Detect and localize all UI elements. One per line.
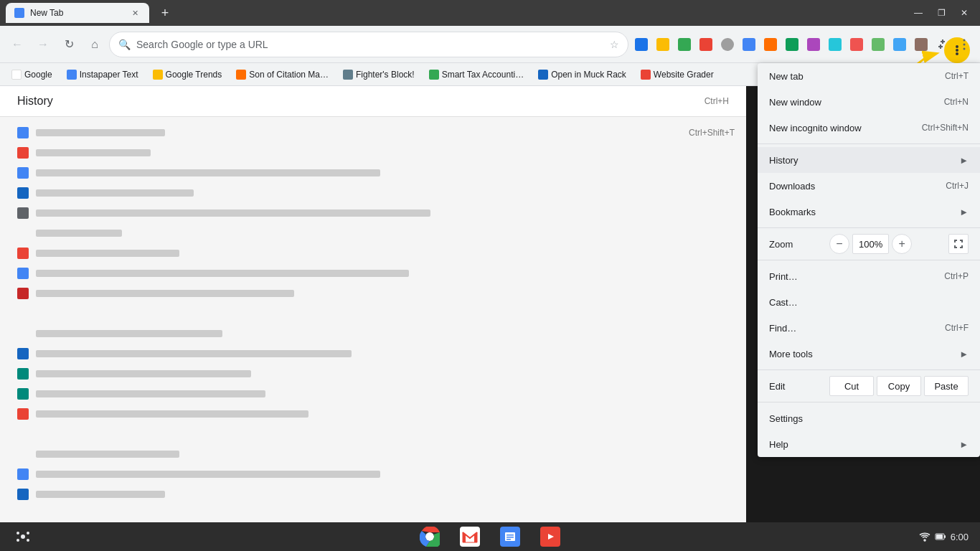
minimize-button[interactable]: —	[908, 3, 928, 23]
menu-item-find[interactable]: Find… Ctrl+F	[758, 315, 980, 341]
tab-close-button[interactable]: ✕	[129, 7, 141, 19]
ext-icon-3[interactable]	[674, 34, 694, 55]
ext-icon-5[interactable]	[717, 34, 738, 55]
menu-item-print[interactable]: Print… Ctrl+P	[758, 263, 980, 289]
history-title: History	[17, 95, 53, 108]
history-item[interactable]	[0, 163, 746, 183]
zoom-minus-button[interactable]: −	[829, 234, 849, 254]
history-item[interactable]	[0, 384, 746, 404]
taskbar-gmail-icon[interactable]	[458, 525, 481, 548]
ext-icon-6[interactable]	[739, 34, 759, 55]
menu-item-shortcut: Ctrl+P	[944, 271, 969, 281]
history-item[interactable]	[0, 424, 746, 444]
ext-icon-7[interactable]	[760, 34, 781, 55]
history-items-list[interactable]: Ctrl+Shift+T	[0, 117, 746, 522]
history-item[interactable]	[0, 263, 746, 283]
submenu-arrow-icon: ►	[959, 155, 969, 166]
taskbar-chrome-icon[interactable]	[418, 525, 441, 548]
ext-icon-1[interactable]	[631, 34, 651, 55]
history-item[interactable]	[0, 444, 746, 464]
bookmark-trends[interactable]: Google Trends	[147, 66, 228, 83]
bookmark-icon[interactable]: ☆	[610, 39, 619, 50]
ext-icon-4[interactable]	[696, 34, 716, 55]
menu-divider	[758, 260, 980, 260]
bookmark-favicon	[641, 70, 651, 80]
ext-icon-8[interactable]	[782, 34, 802, 55]
bookmark-muckrack[interactable]: Open in Muck Rack	[532, 66, 632, 83]
history-item[interactable]	[0, 203, 746, 223]
bookmark-favicon	[236, 70, 246, 80]
history-favicon	[17, 288, 29, 299]
menu-item-label: New incognito window	[769, 123, 916, 133]
history-item[interactable]	[0, 364, 746, 384]
bookmark-favicon	[67, 70, 77, 80]
back-button[interactable]: ←	[6, 33, 29, 56]
new-tab-icon-button[interactable]: +	[155, 3, 175, 23]
ext-icon-12[interactable]	[868, 34, 888, 55]
bookmark-fighters[interactable]: Fighter's Block!	[337, 66, 420, 83]
title-bar: New Tab ✕ + — ❐ ✕	[0, 0, 980, 26]
ext-icon-2[interactable]	[653, 34, 673, 55]
menu-item-settings[interactable]: Settings	[758, 405, 980, 431]
history-favicon	[17, 207, 29, 219]
history-item[interactable]	[0, 344, 746, 364]
cut-button[interactable]: Cut	[829, 376, 874, 396]
history-item[interactable]	[0, 183, 746, 203]
svg-point-1	[963, 43, 966, 45]
history-item[interactable]	[0, 303, 746, 324]
maximize-button[interactable]: ❐	[931, 3, 951, 23]
bookmark-instapaper[interactable]: Instapaper Text	[61, 66, 144, 83]
menu-item-new-window[interactable]: New window Ctrl+N	[758, 89, 980, 115]
forward-button[interactable]: →	[32, 33, 55, 56]
history-item[interactable]	[0, 143, 746, 163]
history-item[interactable]	[0, 243, 746, 263]
taskbar-docs-icon[interactable]	[499, 525, 522, 548]
bookmark-websitegrader[interactable]: Website Grader	[635, 66, 720, 83]
address-text: Search Google or type a URL	[136, 39, 604, 50]
history-item[interactable]: Ctrl+Shift+T	[0, 123, 746, 143]
history-item[interactable]	[0, 484, 746, 504]
bookmark-google[interactable]: Google	[6, 66, 58, 83]
bookmark-citation[interactable]: Son of Citation Ma…	[230, 66, 334, 83]
history-item[interactable]	[0, 223, 746, 243]
history-item[interactable]	[0, 324, 746, 344]
active-tab[interactable]: New Tab ✕	[6, 3, 149, 23]
svg-point-2	[963, 47, 966, 50]
taskbar-youtube-icon[interactable]	[539, 525, 562, 548]
menu-item-incognito[interactable]: New incognito window Ctrl+Shift+N	[758, 115, 980, 141]
menu-button[interactable]	[954, 34, 974, 55]
menu-item-label: New window	[769, 97, 938, 108]
history-item-title	[36, 471, 380, 478]
menu-item-more-tools[interactable]: More tools ►	[758, 341, 980, 367]
ext-icon-10[interactable]	[825, 34, 845, 55]
home-button[interactable]: ⌂	[83, 33, 106, 56]
history-item[interactable]	[0, 404, 746, 424]
menu-item-shortcut: Ctrl+F	[945, 323, 969, 333]
taskbar-launcher-icon[interactable]	[11, 525, 34, 548]
address-bar[interactable]: 🔍 Search Google or type a URL ☆	[109, 32, 628, 57]
menu-item-help[interactable]: Help ►	[758, 431, 980, 457]
menu-item-bookmarks[interactable]: Bookmarks ►	[758, 199, 980, 225]
menu-item-downloads[interactable]: Downloads Ctrl+J	[758, 173, 980, 199]
menu-item-cast[interactable]: Cast…	[758, 289, 980, 315]
history-item[interactable]	[0, 283, 746, 303]
close-button[interactable]: ✕	[954, 3, 974, 23]
copy-button[interactable]: Copy	[877, 376, 921, 396]
ext-icon-11[interactable]	[847, 34, 867, 55]
svg-point-10	[27, 539, 29, 542]
menu-item-new-tab[interactable]: New tab Ctrl+T	[758, 63, 980, 89]
menu-item-history[interactable]: History ►	[758, 147, 980, 173]
taskbar: 6:00	[0, 522, 980, 551]
bookmark-smarttax[interactable]: Smart Tax Accounti…	[423, 66, 530, 83]
nav-bar: ← → ↻ ⌂ 🔍 Search Google or type a URL ☆	[0, 26, 980, 63]
reload-button[interactable]: ↻	[57, 33, 80, 56]
history-favicon	[17, 468, 29, 480]
fullscreen-button[interactable]	[948, 234, 969, 254]
history-item[interactable]	[0, 464, 746, 484]
ext-icon-9[interactable]	[804, 34, 824, 55]
paste-button[interactable]: Paste	[924, 376, 969, 396]
zoom-plus-button[interactable]: +	[892, 234, 912, 254]
history-favicon	[17, 167, 29, 179]
menu-item-label: Find…	[769, 323, 939, 334]
svg-rect-21	[944, 535, 946, 538]
